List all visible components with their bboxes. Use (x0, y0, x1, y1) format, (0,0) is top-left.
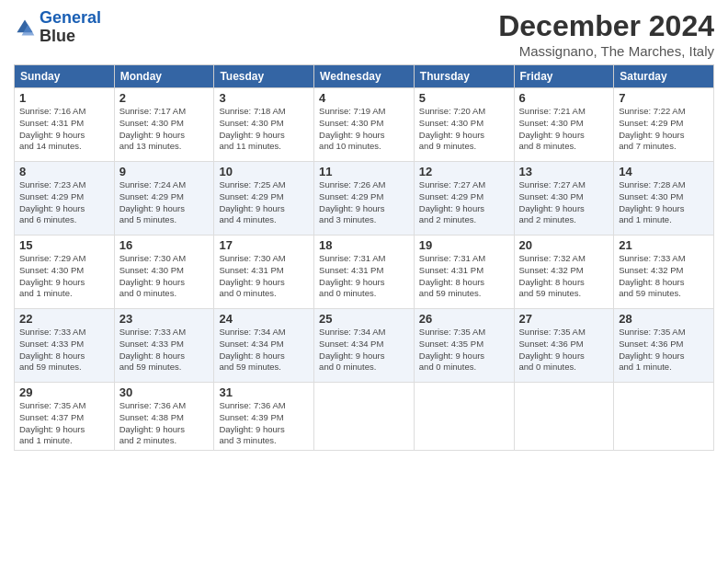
calendar-header-cell: Tuesday (214, 65, 314, 88)
calendar-cell: 16Sunrise: 7:30 AM Sunset: 4:30 PM Dayli… (114, 236, 214, 309)
day-info: Sunrise: 7:21 AM Sunset: 4:30 PM Dayligh… (519, 106, 609, 153)
day-number: 30 (119, 385, 210, 399)
calendar-week-row: 1Sunrise: 7:16 AM Sunset: 4:31 PM Daylig… (15, 88, 714, 162)
day-number: 24 (219, 312, 309, 326)
calendar-cell (414, 383, 514, 451)
day-info: Sunrise: 7:32 AM Sunset: 4:32 PM Dayligh… (519, 253, 609, 300)
day-number: 1 (19, 91, 109, 105)
day-number: 10 (219, 165, 309, 178)
header: General Blue December 2024 Massignano, T… (14, 9, 714, 59)
day-number: 26 (419, 312, 509, 326)
day-info: Sunrise: 7:29 AM Sunset: 4:30 PM Dayligh… (19, 253, 109, 300)
calendar-header-cell: Monday (114, 65, 214, 88)
page: General Blue December 2024 Massignano, T… (0, 0, 728, 563)
calendar-cell: 19Sunrise: 7:31 AM Sunset: 4:31 PM Dayli… (414, 236, 514, 309)
calendar-cell: 14Sunrise: 7:28 AM Sunset: 4:30 PM Dayli… (614, 162, 714, 236)
subtitle: Massignano, The Marches, Italy (498, 43, 714, 59)
day-info: Sunrise: 7:17 AM Sunset: 4:30 PM Dayligh… (119, 106, 210, 153)
day-info: Sunrise: 7:19 AM Sunset: 4:30 PM Dayligh… (319, 106, 409, 153)
calendar-week-row: 29Sunrise: 7:35 AM Sunset: 4:37 PM Dayli… (15, 383, 714, 451)
calendar-cell: 25Sunrise: 7:34 AM Sunset: 4:34 PM Dayli… (314, 309, 415, 383)
day-number: 18 (319, 238, 409, 252)
calendar-cell: 26Sunrise: 7:35 AM Sunset: 4:35 PM Dayli… (414, 309, 514, 383)
day-info: Sunrise: 7:35 AM Sunset: 4:35 PM Dayligh… (419, 327, 509, 373)
calendar-cell: 5Sunrise: 7:20 AM Sunset: 4:30 PM Daylig… (414, 88, 514, 162)
calendar-cell: 10Sunrise: 7:25 AM Sunset: 4:29 PM Dayli… (214, 162, 314, 236)
title-block: December 2024 Massignano, The Marches, I… (498, 9, 714, 59)
day-info: Sunrise: 7:35 AM Sunset: 4:36 PM Dayligh… (619, 327, 709, 373)
day-number: 6 (519, 91, 609, 105)
day-info: Sunrise: 7:36 AM Sunset: 4:39 PM Dayligh… (219, 400, 309, 447)
calendar-cell: 6Sunrise: 7:21 AM Sunset: 4:30 PM Daylig… (514, 88, 614, 162)
calendar-cell: 3Sunrise: 7:18 AM Sunset: 4:30 PM Daylig… (214, 88, 314, 162)
day-info: Sunrise: 7:26 AM Sunset: 4:29 PM Dayligh… (319, 179, 409, 226)
day-number: 11 (319, 165, 409, 178)
calendar-cell: 27Sunrise: 7:35 AM Sunset: 4:36 PM Dayli… (514, 309, 614, 383)
calendar-cell (314, 383, 415, 451)
calendar-header-cell: Friday (514, 65, 614, 88)
day-number: 7 (619, 91, 709, 105)
calendar-cell: 29Sunrise: 7:35 AM Sunset: 4:37 PM Dayli… (15, 383, 115, 451)
logo: General Blue (14, 9, 101, 46)
day-info: Sunrise: 7:24 AM Sunset: 4:29 PM Dayligh… (119, 179, 210, 226)
calendar-body: 1Sunrise: 7:16 AM Sunset: 4:31 PM Daylig… (15, 88, 714, 451)
day-info: Sunrise: 7:33 AM Sunset: 4:33 PM Dayligh… (19, 327, 109, 373)
day-info: Sunrise: 7:30 AM Sunset: 4:31 PM Dayligh… (219, 253, 309, 300)
day-info: Sunrise: 7:35 AM Sunset: 4:36 PM Dayligh… (519, 327, 609, 373)
calendar-week-row: 8Sunrise: 7:23 AM Sunset: 4:29 PM Daylig… (15, 162, 714, 236)
day-number: 8 (19, 165, 109, 178)
day-number: 15 (19, 238, 109, 252)
calendar-cell: 11Sunrise: 7:26 AM Sunset: 4:29 PM Dayli… (314, 162, 415, 236)
day-number: 29 (19, 385, 109, 399)
day-info: Sunrise: 7:23 AM Sunset: 4:29 PM Dayligh… (19, 179, 109, 226)
day-number: 12 (419, 165, 509, 178)
day-info: Sunrise: 7:27 AM Sunset: 4:29 PM Dayligh… (419, 179, 509, 226)
calendar-cell (614, 383, 714, 451)
day-number: 21 (619, 238, 709, 252)
day-info: Sunrise: 7:30 AM Sunset: 4:30 PM Dayligh… (119, 253, 210, 300)
calendar-header-cell: Wednesday (314, 65, 415, 88)
day-number: 22 (19, 312, 109, 326)
day-info: Sunrise: 7:28 AM Sunset: 4:30 PM Dayligh… (619, 179, 709, 226)
calendar-header-cell: Thursday (414, 65, 514, 88)
day-info: Sunrise: 7:16 AM Sunset: 4:31 PM Dayligh… (19, 106, 109, 153)
calendar-cell: 13Sunrise: 7:27 AM Sunset: 4:30 PM Dayli… (514, 162, 614, 236)
day-info: Sunrise: 7:31 AM Sunset: 4:31 PM Dayligh… (419, 253, 509, 300)
day-number: 27 (519, 312, 609, 326)
day-info: Sunrise: 7:34 AM Sunset: 4:34 PM Dayligh… (219, 327, 309, 373)
calendar-week-row: 22Sunrise: 7:33 AM Sunset: 4:33 PM Dayli… (15, 309, 714, 383)
day-number: 20 (519, 238, 609, 252)
day-number: 23 (119, 312, 210, 326)
calendar-table: SundayMondayTuesdayWednesdayThursdayFrid… (14, 64, 714, 451)
day-number: 2 (119, 91, 210, 105)
day-number: 16 (119, 238, 210, 252)
day-number: 14 (619, 165, 709, 178)
calendar-cell: 31Sunrise: 7:36 AM Sunset: 4:39 PM Dayli… (214, 383, 314, 451)
calendar-cell: 4Sunrise: 7:19 AM Sunset: 4:30 PM Daylig… (314, 88, 415, 162)
calendar-cell: 22Sunrise: 7:33 AM Sunset: 4:33 PM Dayli… (15, 309, 115, 383)
day-number: 28 (619, 312, 709, 326)
day-number: 31 (219, 385, 309, 399)
calendar-cell (514, 383, 614, 451)
day-info: Sunrise: 7:31 AM Sunset: 4:31 PM Dayligh… (319, 253, 409, 300)
day-info: Sunrise: 7:35 AM Sunset: 4:37 PM Dayligh… (19, 400, 109, 447)
day-number: 5 (419, 91, 509, 105)
day-info: Sunrise: 7:25 AM Sunset: 4:29 PM Dayligh… (219, 179, 309, 226)
day-info: Sunrise: 7:36 AM Sunset: 4:38 PM Dayligh… (119, 400, 210, 447)
calendar-cell: 24Sunrise: 7:34 AM Sunset: 4:34 PM Dayli… (214, 309, 314, 383)
logo-text: General Blue (40, 9, 101, 46)
calendar-week-row: 15Sunrise: 7:29 AM Sunset: 4:30 PM Dayli… (15, 236, 714, 309)
day-info: Sunrise: 7:27 AM Sunset: 4:30 PM Dayligh… (519, 179, 609, 226)
logo-icon (14, 17, 36, 39)
day-info: Sunrise: 7:33 AM Sunset: 4:32 PM Dayligh… (619, 253, 709, 300)
day-number: 19 (419, 238, 509, 252)
calendar-cell: 30Sunrise: 7:36 AM Sunset: 4:38 PM Dayli… (114, 383, 214, 451)
day-number: 13 (519, 165, 609, 178)
calendar-cell: 23Sunrise: 7:33 AM Sunset: 4:33 PM Dayli… (114, 309, 214, 383)
day-number: 3 (219, 91, 309, 105)
calendar-cell: 21Sunrise: 7:33 AM Sunset: 4:32 PM Dayli… (614, 236, 714, 309)
calendar-cell: 8Sunrise: 7:23 AM Sunset: 4:29 PM Daylig… (15, 162, 115, 236)
calendar-cell: 17Sunrise: 7:30 AM Sunset: 4:31 PM Dayli… (214, 236, 314, 309)
calendar-cell: 20Sunrise: 7:32 AM Sunset: 4:32 PM Dayli… (514, 236, 614, 309)
day-number: 25 (319, 312, 409, 326)
